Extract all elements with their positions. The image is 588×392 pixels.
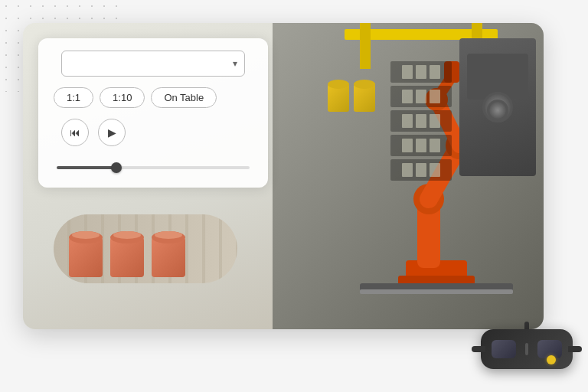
conveyor-cylinder-1 — [69, 237, 103, 277]
play-button[interactable]: ▶ — [98, 119, 126, 146]
shelf-row-4 — [390, 135, 452, 156]
yellow-cylinders — [328, 84, 375, 112]
yellow-cylinder-1 — [328, 84, 349, 112]
animation-dropdown-wrapper: Animation 1 Animation 2 Animation 3 ▾ — [61, 51, 245, 77]
machine-box — [459, 38, 536, 176]
shelf-rack — [390, 61, 452, 214]
vr-lens-left — [492, 340, 516, 358]
svg-rect-13 — [360, 289, 513, 294]
control-panel: Animation 1 Animation 2 Animation 3 ▾ 1:… — [38, 38, 268, 188]
on-table-button[interactable]: On Table — [151, 87, 217, 108]
conveyor-belt — [54, 214, 237, 283]
machine-circle-inner — [487, 100, 508, 121]
timeline-wrapper — [54, 158, 253, 172]
scene-card: Animation 1 Animation 2 Animation 3 ▾ 1:… — [23, 23, 544, 329]
playback-controls-row: ⏮ ▶ — [54, 119, 253, 146]
scale-1-1-button[interactable]: 1:1 — [54, 87, 93, 108]
shelf-row-5 — [390, 159, 452, 181]
yellow-cylinder-2 — [354, 84, 375, 112]
shelf-row-1 — [390, 61, 452, 83]
scale-buttons-row: 1:1 1:10 On Table — [54, 87, 253, 108]
vr-headset — [481, 322, 573, 377]
animation-dropdown[interactable]: Animation 1 Animation 2 Animation 3 — [61, 51, 245, 77]
shelf-row-2 — [390, 86, 452, 107]
vr-button — [547, 355, 556, 364]
vr-body — [481, 329, 573, 369]
shelf-row-3 — [390, 110, 452, 132]
conveyor-cylinder-2 — [110, 237, 144, 277]
timeline-slider[interactable] — [57, 166, 250, 169]
vr-strap-left — [472, 346, 485, 352]
scale-1-10-button[interactable]: 1:10 — [100, 87, 145, 108]
conveyor-cylinder-3 — [152, 237, 185, 277]
vr-strap-right — [568, 346, 582, 352]
rewind-button[interactable]: ⏮ — [61, 119, 89, 146]
vr-lens-divider — [525, 343, 528, 355]
